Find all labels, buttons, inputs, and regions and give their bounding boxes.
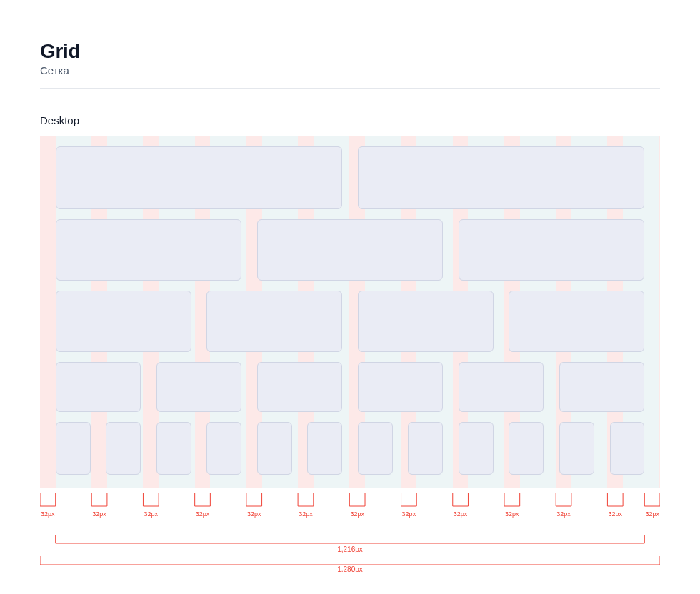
grid-block (206, 422, 241, 475)
gutter-label: 32px (196, 510, 210, 518)
page: Grid Сетка Desktop (0, 0, 700, 586)
grid-block (459, 362, 544, 412)
grid-block (206, 291, 342, 352)
grid-block (257, 219, 443, 281)
grid-block (358, 362, 443, 412)
content-rows (56, 146, 645, 478)
content-width-label: 1,216px (337, 545, 363, 553)
grid-block (56, 219, 241, 281)
gutter-label: 32px (609, 510, 623, 518)
grid-block (156, 362, 241, 412)
grid-block (559, 422, 594, 475)
gutter-measures: 32px 32px 32px 32px 32px 32px 32px 32px … (40, 493, 660, 518)
grid-row (56, 219, 645, 281)
container-width-label: 1,280px (337, 565, 363, 572)
gutter-label: 32px (350, 510, 364, 518)
grid-block (56, 291, 191, 352)
artboard-wrap: 32px 32px 32px 32px 32px 32px 32px 32px … (40, 136, 660, 572)
grid-block (459, 422, 494, 475)
gutter-label: 32px (645, 510, 659, 518)
grid-block (459, 219, 644, 281)
grid-block (509, 422, 544, 475)
gutter-label: 32px (556, 510, 571, 518)
grid-block (559, 362, 644, 412)
grid-block (56, 422, 91, 475)
gutter-label: 32px (144, 510, 159, 518)
grid-artboard (40, 136, 660, 488)
gutter-label: 32px (247, 510, 261, 518)
grid-block (106, 422, 141, 475)
page-subtitle: Сетка (40, 64, 660, 76)
gutter-label: 32px (402, 510, 416, 518)
gutter-label: 32px (454, 510, 468, 518)
measurement-zone: 32px 32px 32px 32px 32px 32px 32px 32px … (40, 493, 660, 572)
grid-block (257, 422, 292, 475)
gutter-label: 32px (41, 510, 55, 518)
page-title: Grid (40, 40, 660, 63)
divider (40, 88, 660, 89)
grid-block (156, 422, 191, 475)
gutter-label: 32px (505, 510, 519, 518)
grid-block (358, 146, 644, 209)
grid-block (509, 291, 644, 352)
breakpoint-label: Desktop (40, 114, 660, 126)
measurement-svg: 32px 32px 32px 32px 32px 32px 32px 32px … (40, 493, 660, 572)
grid-block (408, 422, 443, 475)
gutter-label: 32px (299, 510, 313, 518)
grid-block (358, 291, 494, 352)
grid-row (56, 146, 645, 209)
grid-block (610, 422, 645, 475)
grid-block (257, 362, 342, 412)
grid-block (307, 422, 342, 475)
gutter-label: 32px (92, 510, 106, 518)
grid-row (56, 362, 645, 412)
grid-block (56, 146, 342, 209)
grid-block (358, 422, 393, 475)
grid-row (56, 422, 645, 475)
grid-block (56, 362, 141, 412)
grid-row (56, 291, 645, 352)
